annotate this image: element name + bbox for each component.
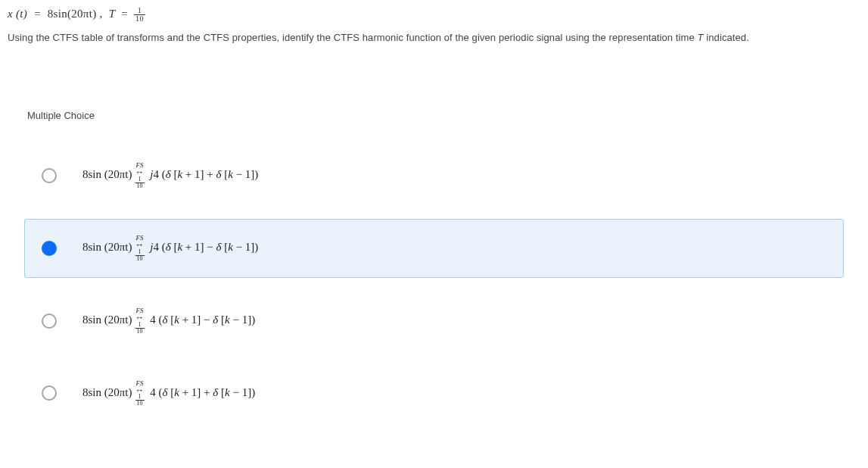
fs-arrow-icon: FS↔110 [135, 162, 145, 189]
choice-left: 8sin (20πt) [82, 241, 132, 253]
fs-arrow-icon: FS↔110 [135, 235, 145, 262]
eq-rhs: 8sin(20πt) [48, 8, 97, 20]
multiple-choice-section: Multiple Choice 8sin (20πt)FS↔110 j4 (δ … [0, 99, 868, 452]
choice-expression: 8sin (20πt)FS↔110 j4 (δ [k + 1] − δ [k −… [82, 235, 258, 262]
radio-button[interactable] [42, 314, 57, 329]
signal-equation: x (t) = 8sin(20πt) , T = 1 10 [8, 5, 860, 23]
choice-right: 4 (δ [k + 1] − δ [k − 1]) [148, 314, 256, 326]
fs-arrow-icon: FS↔110 [135, 307, 145, 335]
question-prompt: Using the CTFS table of transforms and t… [8, 30, 860, 46]
choice-expression: 8sin (20πt)FS↔110 4 (δ [k + 1] + δ [k − … [82, 380, 255, 407]
prompt-end: indicated. [704, 32, 749, 43]
eq-equals2: = [121, 8, 128, 20]
period-var: T [109, 8, 115, 20]
choice-4[interactable]: 8sin (20πt)FS↔110 4 (δ [k + 1] + δ [k − … [24, 364, 844, 423]
period-fraction: 1 10 [134, 7, 145, 23]
choice-expression: 8sin (20πt)FS↔110 4 (δ [k + 1] − δ [k − … [82, 307, 255, 335]
prompt-text: Using the CTFS table of transforms and t… [8, 32, 698, 43]
prompt-var: T [698, 32, 704, 43]
choice-1[interactable]: 8sin (20πt)FS↔110 j4 (δ [k + 1] + δ [k −… [24, 146, 844, 205]
choice-2[interactable]: 8sin (20πt)FS↔110 j4 (δ [k + 1] − δ [k −… [24, 219, 844, 278]
choice-right: j4 (δ [k + 1] + δ [k − 1]) [148, 168, 259, 180]
choice-right: j4 (δ [k + 1] − δ [k − 1]) [148, 241, 259, 253]
eq-equals: = [33, 8, 41, 20]
choice-left: 8sin (20πt) [82, 386, 132, 398]
radio-button[interactable] [42, 385, 57, 401]
eq-lhs: x (t) [8, 8, 27, 20]
choice-left: 8sin (20πt) [82, 168, 132, 180]
choice-3[interactable]: 8sin (20πt)FS↔110 4 (δ [k + 1] − δ [k − … [24, 292, 844, 351]
choice-expression: 8sin (20πt)FS↔110 j4 (δ [k + 1] + δ [k −… [82, 162, 258, 189]
section-label: Multiple Choice [0, 99, 868, 133]
fs-arrow-icon: FS↔110 [135, 380, 145, 407]
choice-right: 4 (δ [k + 1] + δ [k − 1]) [148, 386, 256, 398]
eq-comma: , [100, 8, 103, 20]
frac-den: 10 [134, 15, 145, 23]
radio-button[interactable] [42, 241, 57, 256]
radio-button[interactable] [42, 168, 57, 183]
question-area: x (t) = 8sin(20πt) , T = 1 10 Using the … [0, 0, 868, 54]
choice-left: 8sin (20πt) [82, 314, 132, 326]
